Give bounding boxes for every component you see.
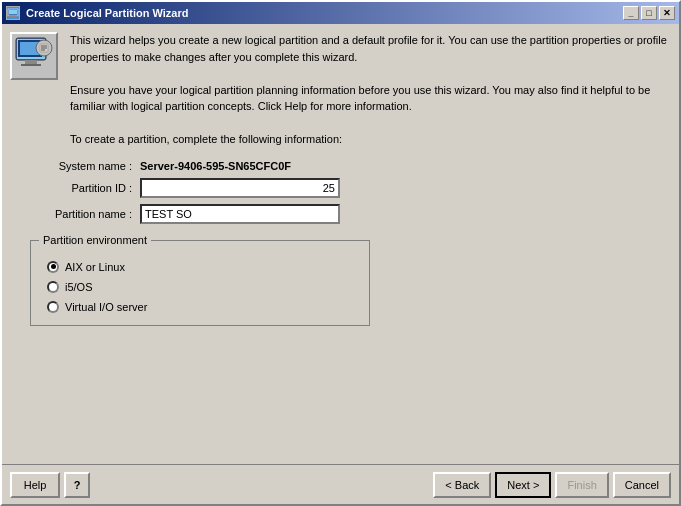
- group-box-legend: Partition environment: [39, 234, 151, 246]
- wizard-icon: [10, 32, 58, 80]
- button-bar: Help ? < Back Next > Finish Cancel: [2, 464, 679, 504]
- top-section: This wizard helps you create a new logic…: [10, 32, 671, 148]
- question-button[interactable]: ?: [64, 472, 90, 498]
- svg-rect-8: [21, 64, 41, 66]
- partition-id-input[interactable]: [140, 178, 340, 198]
- partition-name-label: Partition name :: [30, 208, 140, 220]
- form-section: System name : Server-9406-595-SN65CFC0F …: [10, 160, 671, 224]
- spacer: [10, 326, 671, 465]
- window-body: This wizard helps you create a new logic…: [2, 24, 679, 504]
- partition-name-input[interactable]: [140, 204, 340, 224]
- svg-rect-3: [11, 16, 15, 17]
- partition-name-row: Partition name :: [30, 204, 671, 224]
- radio-aix-linux[interactable]: AIX or Linux: [47, 261, 353, 273]
- system-name-label: System name :: [30, 160, 140, 172]
- description-p2: Ensure you have your logical partition p…: [70, 82, 671, 115]
- cancel-button[interactable]: Cancel: [613, 472, 671, 498]
- back-button[interactable]: < Back: [433, 472, 491, 498]
- window-icon: [6, 6, 20, 20]
- help-section: Help ?: [10, 472, 90, 498]
- close-button[interactable]: ✕: [659, 6, 675, 20]
- help-button[interactable]: Help: [10, 472, 60, 498]
- title-bar: Create Logical Partition Wizard _ □ ✕: [2, 2, 679, 24]
- next-button[interactable]: Next >: [495, 472, 551, 498]
- description: This wizard helps you create a new logic…: [70, 32, 671, 148]
- finish-button[interactable]: Finish: [555, 472, 608, 498]
- radio-aix-linux-label: AIX or Linux: [65, 261, 125, 273]
- window-title: Create Logical Partition Wizard: [26, 7, 189, 19]
- radio-vio-btn[interactable]: [47, 301, 59, 313]
- window: Create Logical Partition Wizard _ □ ✕: [0, 0, 681, 506]
- maximize-button[interactable]: □: [641, 6, 657, 20]
- svg-rect-1: [9, 10, 17, 14]
- partition-environment-group: Partition environment AIX or Linux i5/OS…: [30, 240, 370, 326]
- radio-group: AIX or Linux i5/OS Virtual I/O server: [47, 261, 353, 313]
- description-p3: To create a partition, complete the foll…: [70, 131, 671, 148]
- system-name-value: Server-9406-595-SN65CFC0F: [140, 160, 291, 172]
- svg-rect-7: [25, 60, 37, 64]
- radio-vio[interactable]: Virtual I/O server: [47, 301, 353, 313]
- minimize-button[interactable]: _: [623, 6, 639, 20]
- partition-id-label: Partition ID :: [30, 182, 140, 194]
- radio-i5os-label: i5/OS: [65, 281, 93, 293]
- radio-i5os-btn[interactable]: [47, 281, 59, 293]
- system-name-row: System name : Server-9406-595-SN65CFC0F: [30, 160, 671, 172]
- radio-aix-linux-btn[interactable]: [47, 261, 59, 273]
- svg-rect-4: [10, 17, 16, 18]
- radio-i5os[interactable]: i5/OS: [47, 281, 353, 293]
- partition-id-row: Partition ID :: [30, 178, 671, 198]
- button-group-right: < Back Next > Finish Cancel: [433, 472, 671, 498]
- radio-vio-label: Virtual I/O server: [65, 301, 147, 313]
- description-p1: This wizard helps you create a new logic…: [70, 32, 671, 65]
